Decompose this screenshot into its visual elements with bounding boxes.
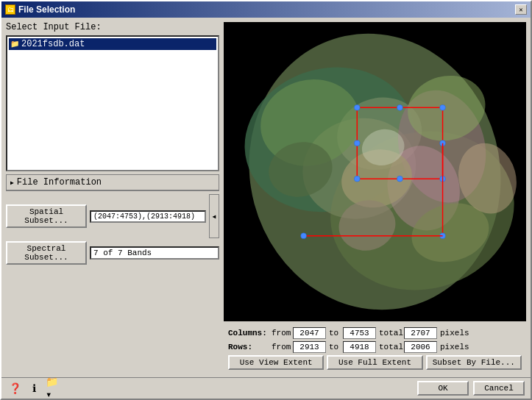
window-icon: 🗂 <box>5 4 15 15</box>
select-input-label: Select Input File: <box>6 22 219 32</box>
columns-total-value: 2707 <box>404 327 437 339</box>
rows-label: Rows: <box>228 343 269 351</box>
title-bar: 🗂 File Selection ✕ <box>1 1 531 18</box>
expand-icon: ▶ <box>10 179 14 186</box>
cancel-button[interactable]: Cancel <box>473 381 525 396</box>
rows-to-value[interactable]: 4918 <box>343 341 376 353</box>
title-buttons: ✕ <box>515 4 527 15</box>
footer: ❓ ℹ 📁▾ OK Cancel <box>1 377 531 399</box>
help-icon[interactable]: ❓ <box>7 382 22 395</box>
file-list[interactable]: 📁 2021fsdb.dat <box>6 35 219 171</box>
handle-tr[interactable] <box>440 104 446 110</box>
file-item[interactable]: 📁 2021fsdb.dat <box>9 38 216 50</box>
scroll-arrow[interactable]: ◀ <box>209 194 219 238</box>
columns-from-label: from <box>272 329 290 338</box>
footer-right: OK Cancel <box>417 381 525 396</box>
columns-to-label: to <box>329 329 340 338</box>
folder-icon: 📁 <box>10 40 19 49</box>
info-icon[interactable]: ℹ <box>26 382 41 395</box>
columns-total-label: total <box>379 329 401 338</box>
spatial-row: Spatial Subset... (2047:4753),(2913:4918… <box>6 194 219 238</box>
rows-from-label: from <box>272 343 290 351</box>
handle-bl[interactable] <box>354 176 360 182</box>
handle-left[interactable] <box>301 233 307 239</box>
file-item-name: 2021fsdb.dat <box>21 39 85 49</box>
satellite-image <box>224 22 526 321</box>
spectral-subset-button[interactable]: Spectral Subset... <box>6 241 87 265</box>
columns-row: Columns: from 2047 to 4753 total 2707 pi… <box>228 327 522 339</box>
file-info-section: ▶ File Information <box>6 174 219 191</box>
file-info-header[interactable]: ▶ File Information <box>7 175 219 190</box>
columns-from-value[interactable]: 2047 <box>293 327 326 339</box>
footer-left: ❓ ℹ 📁▾ <box>7 382 60 395</box>
bottom-buttons: Use View Extent Use Full Extent Subset B… <box>228 355 522 370</box>
rows-to-label: to <box>329 343 340 351</box>
handle-tm[interactable] <box>397 104 403 110</box>
spatial-subset-button[interactable]: Spatial Subset... <box>6 204 87 228</box>
handle-bm[interactable] <box>397 176 403 182</box>
image-container <box>224 22 526 321</box>
file-info-label: File Information <box>17 177 102 188</box>
spatial-value: (2047:4753),(2913:4918) <box>90 210 206 223</box>
folder-browse-icon[interactable]: 📁▾ <box>46 382 60 395</box>
close-button[interactable]: ✕ <box>515 4 527 15</box>
handle-ml[interactable] <box>354 140 360 146</box>
title-bar-left: 🗂 File Selection <box>5 4 75 15</box>
handle-tl[interactable] <box>354 104 360 110</box>
rows-pixels: pixels <box>440 343 469 351</box>
columns-to-value[interactable]: 4753 <box>343 327 376 339</box>
main-window: 🗂 File Selection ✕ Select Input File: 📁 … <box>0 0 532 400</box>
use-full-extent-button[interactable]: Use Full Extent <box>327 355 422 370</box>
window-title: File Selection <box>18 4 75 15</box>
use-view-extent-button[interactable]: Use View Extent <box>228 355 324 370</box>
right-panel: Columns: from 2047 to 4753 total 2707 pi… <box>224 22 526 373</box>
stats-area: Columns: from 2047 to 4753 total 2707 pi… <box>224 324 526 373</box>
rows-row: Rows: from 2913 to 4918 total 2006 pixel… <box>228 341 522 353</box>
subset-by-file-button[interactable]: Subset By File... <box>426 355 522 370</box>
ok-button[interactable]: OK <box>417 381 469 396</box>
left-panel: Select Input File: 📁 2021fsdb.dat ▶ File… <box>6 22 219 373</box>
spectral-value: 7 of 7 Bands <box>90 246 219 260</box>
columns-pixels: pixels <box>440 329 469 338</box>
columns-label: Columns: <box>228 329 269 338</box>
rows-total-label: total <box>379 343 401 351</box>
rows-from-value[interactable]: 2913 <box>293 341 326 353</box>
spectral-row: Spectral Subset... 7 of 7 Bands <box>6 241 219 265</box>
main-content: Select Input File: 📁 2021fsdb.dat ▶ File… <box>1 18 531 377</box>
rows-total-value: 2006 <box>404 341 437 353</box>
